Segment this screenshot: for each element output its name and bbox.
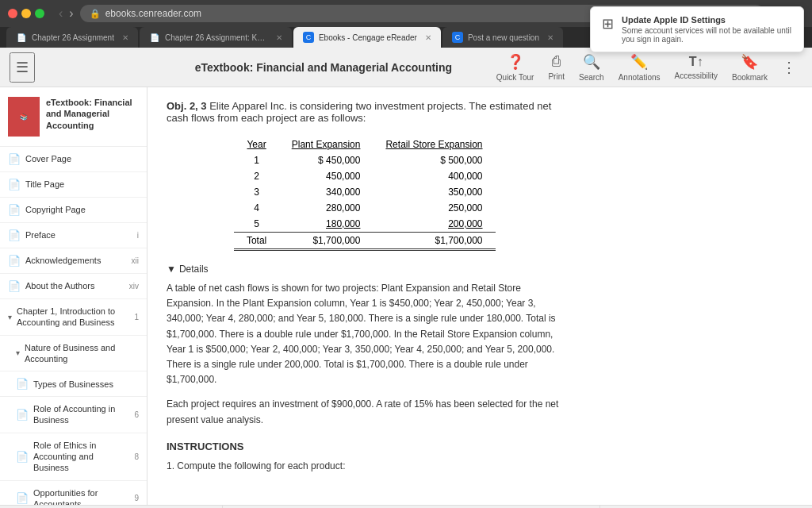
more-options-button[interactable]: ⋮	[776, 54, 802, 81]
sidebar-label-types: Types of Businesses	[33, 379, 139, 390]
window-controls	[8, 9, 44, 18]
sidebar-badge-chapter1: 1	[134, 313, 139, 321]
sidebar-item-acknowledgements[interactable]: 📄 Acknowledgements xii	[0, 248, 147, 274]
close-button[interactable]	[8, 9, 17, 18]
print-button[interactable]: ⎙ Print	[542, 48, 571, 86]
document-icon-5: 📄	[8, 255, 21, 267]
tab-label-1: Chapter 26 Assignment	[32, 33, 114, 42]
tab-favicon-4: C	[452, 32, 463, 43]
document-icon-10: 📄	[16, 492, 29, 504]
sidebar-item-role-ethics[interactable]: 📄 Role of Ethics in Accounting and Busin…	[0, 433, 147, 481]
sidebar-item-types[interactable]: 📄 Types of Businesses	[0, 371, 147, 397]
notification-text: Some account services will not be availa…	[622, 26, 792, 44]
sidebar-label-about: About the Authors	[25, 280, 124, 291]
total-row: Total $1,700,000 $1,700,000	[234, 233, 495, 250]
cash-flow-table: Year Plant Expansion Retail Store Expans…	[234, 137, 495, 251]
retail-5: 200,000	[373, 216, 495, 233]
sidebar-label-preface: Preface	[25, 229, 132, 241]
print-label: Print	[548, 72, 565, 81]
menu-button[interactable]: ☰	[10, 52, 35, 83]
notification-popup: ⊞ Update Apple ID Settings Some account …	[590, 6, 804, 52]
retail-total: $1,700,000	[373, 233, 495, 250]
sidebar-label-role-accounting: Role of Accounting in Business	[33, 403, 129, 426]
table-row: 5 180,000 200,000	[234, 216, 495, 233]
sidebar-badge-about: xiv	[129, 282, 139, 291]
accessibility-button[interactable]: T↑ Accessibility	[668, 50, 724, 85]
main-layout: 📚 eTextbook: Financial and Managerial Ac…	[0, 87, 812, 505]
quick-tour-button[interactable]: ❓ Quick Tour	[490, 48, 541, 87]
sidebar-badge-opportunities: 9	[134, 494, 139, 502]
sidebar-badge-preface: i	[137, 231, 139, 240]
annotations-label: Annotations	[619, 73, 661, 82]
sidebar-item-about-authors[interactable]: 📄 About the Authors xiv	[0, 274, 147, 299]
document-icon-9: 📄	[16, 451, 29, 463]
document-icon-8: 📄	[16, 409, 29, 421]
back-button[interactable]: ‹	[59, 6, 63, 21]
sidebar-badge-role: 6	[134, 410, 139, 419]
tab-close-1[interactable]: ✕	[122, 33, 128, 42]
plant-total: $1,700,000	[279, 233, 373, 250]
tab-close-2[interactable]: ✕	[276, 33, 282, 42]
nav-divider-right	[599, 506, 600, 509]
sidebar-item-title-page[interactable]: 📄 Title Page	[0, 172, 147, 198]
tab-close-4[interactable]: ✕	[547, 33, 553, 42]
details-toggle[interactable]: ▼ Details	[167, 264, 563, 275]
url-text: ebooks.cenreader.com	[105, 8, 201, 19]
sidebar-item-cover-page[interactable]: 📄 Cover Page	[0, 147, 147, 172]
tab-chapter26-assignment[interactable]: 📄 Chapter 26 Assignment ✕	[6, 27, 138, 48]
tab-ebooks-cengage[interactable]: C Ebooks - Cengage eReader ✕	[293, 27, 441, 48]
maximize-button[interactable]	[35, 9, 44, 18]
document-icon-3: 📄	[8, 204, 21, 216]
quick-tour-label: Quick Tour	[496, 73, 534, 82]
para2-text: Each project requires an investment of $…	[167, 397, 563, 427]
document-icon-6: 📄	[8, 280, 21, 292]
browser-navigation: ‹ ›	[59, 6, 74, 21]
year-header: Year	[234, 137, 278, 152]
sidebar-label-nature: Nature of Business and Accounting	[25, 342, 139, 365]
tab-label-2: Chapter 26 Assignment: Karla Sandoval	[165, 33, 268, 42]
sidebar-item-role-accounting[interactable]: 📄 Role of Accounting in Business 6	[0, 397, 147, 433]
tab-favicon-1: 📄	[16, 32, 27, 43]
more-icon: ⋮	[782, 59, 796, 76]
sidebar-item-opportunities[interactable]: 📄 Opportunities for Accountants 9	[0, 481, 147, 505]
year-2: 2	[234, 168, 278, 184]
sidebar-label-chapter1: Chapter 1, Introduction to Accounting an…	[17, 306, 129, 329]
sidebar-label-acknowledgements: Acknowledgements	[25, 255, 127, 266]
toolbar-title: eTextbook: Financial and Managerial Acco…	[157, 61, 490, 74]
sidebar-item-preface[interactable]: 📄 Preface i	[0, 223, 147, 248]
bookmark-button[interactable]: 🔖 Bookmark	[726, 48, 774, 87]
plant-4: 280,000	[279, 200, 373, 216]
sidebar-badge-ethics: 8	[134, 452, 139, 461]
retail-4: 250,000	[373, 200, 495, 216]
retail-3: 350,000	[373, 184, 495, 200]
accessibility-icon: T↑	[689, 55, 703, 69]
tab-label-4: Post a new question	[468, 33, 539, 42]
tab-label-3: Ebooks - Cengage eReader	[319, 33, 417, 42]
year-total: Total	[234, 233, 278, 250]
search-button[interactable]: 🔍 Search	[573, 48, 611, 87]
year-3: 3	[234, 184, 278, 200]
sidebar-label-title: Title Page	[25, 179, 139, 190]
plant-2: 450,000	[279, 168, 373, 184]
document-icon-7: 📄	[16, 378, 29, 390]
reader-toolbar: ☰ eTextbook: Financial and Managerial Ac…	[0, 48, 812, 87]
sidebar-item-chapter1[interactable]: ▾ Chapter 1, Introduction to Accounting …	[0, 299, 147, 336]
retail-header: Retail Store Expansion	[373, 137, 495, 152]
sidebar-label-cover: Cover Page	[25, 153, 139, 164]
tab-close-3[interactable]: ✕	[425, 33, 431, 42]
sidebar-header: 📚 eTextbook: Financial and Managerial Ac…	[0, 87, 147, 147]
year-1: 1	[234, 152, 278, 168]
sidebar-item-copyright[interactable]: 📄 Copyright Page	[0, 198, 147, 223]
book-thumbnail: 📚	[8, 97, 40, 137]
sidebar-label-opportunities: Opportunities for Accountants	[33, 487, 129, 505]
forward-button[interactable]: ›	[69, 6, 73, 21]
chevron-down-icon-2: ▾	[16, 348, 20, 357]
content-area: Obj. 2, 3 Elite Apparel Inc. is consider…	[147, 87, 812, 505]
sidebar-badge-acknowledgements: xii	[132, 256, 139, 265]
bookmark-label: Bookmark	[732, 73, 768, 82]
annotations-button[interactable]: ✏️ Annotations	[612, 48, 667, 87]
tab-post-question[interactable]: C Post a new question ✕	[442, 27, 563, 48]
minimize-button[interactable]	[21, 9, 31, 18]
sidebar-item-nature[interactable]: ▾ Nature of Business and Accounting	[0, 336, 147, 372]
tab-chapter26-karla[interactable]: 📄 Chapter 26 Assignment: Karla Sandoval …	[140, 27, 292, 48]
